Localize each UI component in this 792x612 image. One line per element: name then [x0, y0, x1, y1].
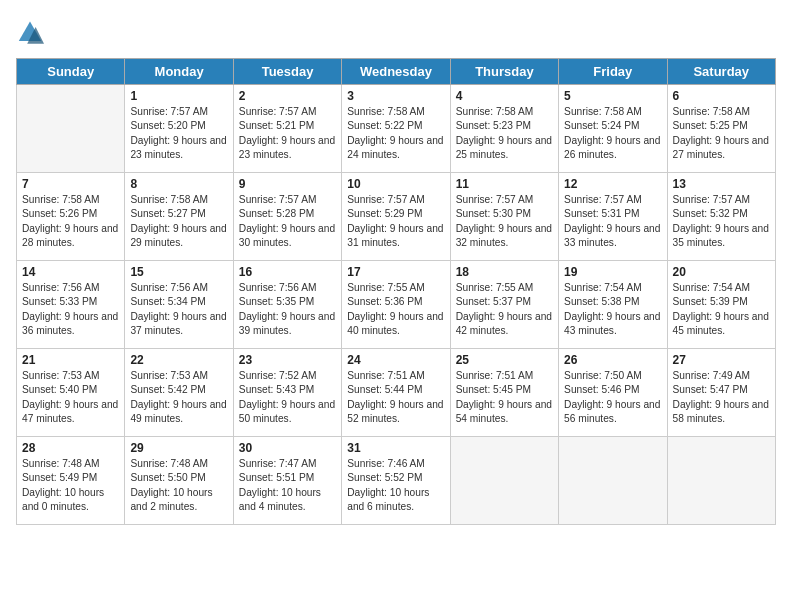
- cell-info: Sunrise: 7:47 AMSunset: 5:51 PMDaylight:…: [239, 457, 336, 514]
- calendar-cell: 30Sunrise: 7:47 AMSunset: 5:51 PMDayligh…: [233, 437, 341, 525]
- calendar-cell: 26Sunrise: 7:50 AMSunset: 5:46 PMDayligh…: [559, 349, 667, 437]
- weekday-header: Friday: [559, 59, 667, 85]
- calendar-cell: 6Sunrise: 7:58 AMSunset: 5:25 PMDaylight…: [667, 85, 775, 173]
- calendar-week-row: 14Sunrise: 7:56 AMSunset: 5:33 PMDayligh…: [17, 261, 776, 349]
- cell-info: Sunrise: 7:58 AMSunset: 5:22 PMDaylight:…: [347, 105, 444, 162]
- day-number: 29: [130, 441, 227, 455]
- calendar-cell: 17Sunrise: 7:55 AMSunset: 5:36 PMDayligh…: [342, 261, 450, 349]
- page-container: SundayMondayTuesdayWednesdayThursdayFrid…: [0, 0, 792, 533]
- day-number: 6: [673, 89, 770, 103]
- header: [16, 16, 776, 48]
- calendar-cell: 22Sunrise: 7:53 AMSunset: 5:42 PMDayligh…: [125, 349, 233, 437]
- cell-info: Sunrise: 7:57 AMSunset: 5:32 PMDaylight:…: [673, 193, 770, 250]
- calendar-cell: 11Sunrise: 7:57 AMSunset: 5:30 PMDayligh…: [450, 173, 558, 261]
- cell-info: Sunrise: 7:58 AMSunset: 5:25 PMDaylight:…: [673, 105, 770, 162]
- logo: [16, 20, 48, 48]
- day-number: 4: [456, 89, 553, 103]
- day-number: 21: [22, 353, 119, 367]
- calendar-cell: 8Sunrise: 7:58 AMSunset: 5:27 PMDaylight…: [125, 173, 233, 261]
- cell-info: Sunrise: 7:57 AMSunset: 5:30 PMDaylight:…: [456, 193, 553, 250]
- cell-info: Sunrise: 7:51 AMSunset: 5:45 PMDaylight:…: [456, 369, 553, 426]
- day-number: 1: [130, 89, 227, 103]
- calendar-cell: [17, 85, 125, 173]
- calendar-week-row: 28Sunrise: 7:48 AMSunset: 5:49 PMDayligh…: [17, 437, 776, 525]
- calendar-cell: 2Sunrise: 7:57 AMSunset: 5:21 PMDaylight…: [233, 85, 341, 173]
- day-number: 27: [673, 353, 770, 367]
- calendar-cell: 5Sunrise: 7:58 AMSunset: 5:24 PMDaylight…: [559, 85, 667, 173]
- cell-info: Sunrise: 7:58 AMSunset: 5:27 PMDaylight:…: [130, 193, 227, 250]
- cell-info: Sunrise: 7:57 AMSunset: 5:20 PMDaylight:…: [130, 105, 227, 162]
- cell-info: Sunrise: 7:53 AMSunset: 5:42 PMDaylight:…: [130, 369, 227, 426]
- day-number: 31: [347, 441, 444, 455]
- calendar: SundayMondayTuesdayWednesdayThursdayFrid…: [16, 58, 776, 525]
- calendar-cell: 31Sunrise: 7:46 AMSunset: 5:52 PMDayligh…: [342, 437, 450, 525]
- calendar-cell: 18Sunrise: 7:55 AMSunset: 5:37 PMDayligh…: [450, 261, 558, 349]
- calendar-cell: 21Sunrise: 7:53 AMSunset: 5:40 PMDayligh…: [17, 349, 125, 437]
- day-number: 7: [22, 177, 119, 191]
- cell-info: Sunrise: 7:56 AMSunset: 5:34 PMDaylight:…: [130, 281, 227, 338]
- calendar-cell: 27Sunrise: 7:49 AMSunset: 5:47 PMDayligh…: [667, 349, 775, 437]
- calendar-cell: 23Sunrise: 7:52 AMSunset: 5:43 PMDayligh…: [233, 349, 341, 437]
- cell-info: Sunrise: 7:55 AMSunset: 5:36 PMDaylight:…: [347, 281, 444, 338]
- day-number: 14: [22, 265, 119, 279]
- weekday-header: Tuesday: [233, 59, 341, 85]
- day-number: 3: [347, 89, 444, 103]
- day-number: 20: [673, 265, 770, 279]
- day-number: 13: [673, 177, 770, 191]
- day-number: 5: [564, 89, 661, 103]
- calendar-cell: 20Sunrise: 7:54 AMSunset: 5:39 PMDayligh…: [667, 261, 775, 349]
- cell-info: Sunrise: 7:50 AMSunset: 5:46 PMDaylight:…: [564, 369, 661, 426]
- calendar-cell: 7Sunrise: 7:58 AMSunset: 5:26 PMDaylight…: [17, 173, 125, 261]
- day-number: 30: [239, 441, 336, 455]
- calendar-cell: 25Sunrise: 7:51 AMSunset: 5:45 PMDayligh…: [450, 349, 558, 437]
- calendar-cell: [559, 437, 667, 525]
- cell-info: Sunrise: 7:49 AMSunset: 5:47 PMDaylight:…: [673, 369, 770, 426]
- calendar-cell: 14Sunrise: 7:56 AMSunset: 5:33 PMDayligh…: [17, 261, 125, 349]
- calendar-cell: 13Sunrise: 7:57 AMSunset: 5:32 PMDayligh…: [667, 173, 775, 261]
- day-number: 9: [239, 177, 336, 191]
- calendar-cell: 9Sunrise: 7:57 AMSunset: 5:28 PMDaylight…: [233, 173, 341, 261]
- day-number: 2: [239, 89, 336, 103]
- day-number: 11: [456, 177, 553, 191]
- calendar-cell: 1Sunrise: 7:57 AMSunset: 5:20 PMDaylight…: [125, 85, 233, 173]
- cell-info: Sunrise: 7:54 AMSunset: 5:39 PMDaylight:…: [673, 281, 770, 338]
- cell-info: Sunrise: 7:55 AMSunset: 5:37 PMDaylight:…: [456, 281, 553, 338]
- cell-info: Sunrise: 7:48 AMSunset: 5:49 PMDaylight:…: [22, 457, 119, 514]
- calendar-cell: [667, 437, 775, 525]
- day-number: 10: [347, 177, 444, 191]
- day-number: 12: [564, 177, 661, 191]
- cell-info: Sunrise: 7:46 AMSunset: 5:52 PMDaylight:…: [347, 457, 444, 514]
- calendar-cell: 19Sunrise: 7:54 AMSunset: 5:38 PMDayligh…: [559, 261, 667, 349]
- cell-info: Sunrise: 7:58 AMSunset: 5:26 PMDaylight:…: [22, 193, 119, 250]
- day-number: 23: [239, 353, 336, 367]
- calendar-week-row: 7Sunrise: 7:58 AMSunset: 5:26 PMDaylight…: [17, 173, 776, 261]
- cell-info: Sunrise: 7:57 AMSunset: 5:31 PMDaylight:…: [564, 193, 661, 250]
- day-number: 8: [130, 177, 227, 191]
- day-number: 16: [239, 265, 336, 279]
- weekday-header: Monday: [125, 59, 233, 85]
- weekday-header-row: SundayMondayTuesdayWednesdayThursdayFrid…: [17, 59, 776, 85]
- day-number: 25: [456, 353, 553, 367]
- cell-info: Sunrise: 7:52 AMSunset: 5:43 PMDaylight:…: [239, 369, 336, 426]
- cell-info: Sunrise: 7:56 AMSunset: 5:35 PMDaylight:…: [239, 281, 336, 338]
- cell-info: Sunrise: 7:48 AMSunset: 5:50 PMDaylight:…: [130, 457, 227, 514]
- calendar-week-row: 21Sunrise: 7:53 AMSunset: 5:40 PMDayligh…: [17, 349, 776, 437]
- calendar-week-row: 1Sunrise: 7:57 AMSunset: 5:20 PMDaylight…: [17, 85, 776, 173]
- calendar-cell: [450, 437, 558, 525]
- day-number: 15: [130, 265, 227, 279]
- day-number: 26: [564, 353, 661, 367]
- cell-info: Sunrise: 7:57 AMSunset: 5:21 PMDaylight:…: [239, 105, 336, 162]
- cell-info: Sunrise: 7:57 AMSunset: 5:28 PMDaylight:…: [239, 193, 336, 250]
- day-number: 28: [22, 441, 119, 455]
- calendar-cell: 16Sunrise: 7:56 AMSunset: 5:35 PMDayligh…: [233, 261, 341, 349]
- logo-icon: [16, 20, 44, 48]
- calendar-cell: 15Sunrise: 7:56 AMSunset: 5:34 PMDayligh…: [125, 261, 233, 349]
- calendar-cell: 24Sunrise: 7:51 AMSunset: 5:44 PMDayligh…: [342, 349, 450, 437]
- cell-info: Sunrise: 7:58 AMSunset: 5:24 PMDaylight:…: [564, 105, 661, 162]
- cell-info: Sunrise: 7:57 AMSunset: 5:29 PMDaylight:…: [347, 193, 444, 250]
- weekday-header: Sunday: [17, 59, 125, 85]
- cell-info: Sunrise: 7:51 AMSunset: 5:44 PMDaylight:…: [347, 369, 444, 426]
- calendar-cell: 29Sunrise: 7:48 AMSunset: 5:50 PMDayligh…: [125, 437, 233, 525]
- calendar-cell: 3Sunrise: 7:58 AMSunset: 5:22 PMDaylight…: [342, 85, 450, 173]
- day-number: 17: [347, 265, 444, 279]
